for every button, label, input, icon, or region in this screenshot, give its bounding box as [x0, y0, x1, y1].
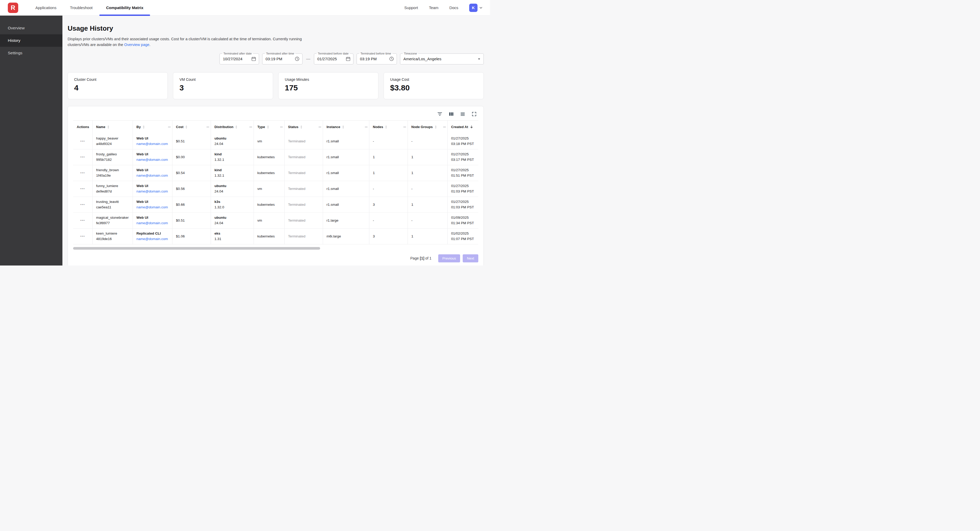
filter-icon[interactable] [437, 111, 442, 117]
column-resize-handle-icon[interactable] [364, 126, 368, 128]
row-actions-button[interactable]: ••• [80, 219, 85, 222]
terminated-before-date-field[interactable]: Terminated before date [314, 54, 353, 64]
chevron-down-icon[interactable] [479, 6, 483, 10]
sort-icon[interactable] [143, 125, 145, 129]
columns-icon[interactable] [449, 111, 454, 117]
terminated-after-date-field[interactable]: Terminated after date [220, 54, 259, 64]
sidebar-item-settings[interactable]: Settings [0, 47, 62, 59]
sort-icon[interactable] [434, 125, 437, 129]
field-label: Terminated before date [317, 52, 350, 55]
created-by-email-link[interactable]: name@domain.com [137, 189, 168, 193]
terminated-after-time-field[interactable]: Terminated after time [262, 54, 302, 64]
type-value: kubernetes [258, 155, 275, 159]
column-header-by[interactable]: By [133, 120, 172, 133]
stat-label: Usage Cost [390, 78, 477, 82]
cluster-name: trusting_leavitt [96, 199, 129, 205]
sort-desc-icon[interactable] [470, 125, 473, 129]
terminated-after-date-input[interactable] [223, 57, 249, 61]
calendar-icon[interactable] [251, 56, 256, 61]
status-cell: Terminated [284, 181, 323, 197]
row-actions-button[interactable]: ••• [80, 203, 85, 206]
nav-link-docs[interactable]: Docs [449, 5, 458, 10]
density-icon[interactable] [460, 111, 465, 117]
column-header-instance[interactable]: Instance [323, 120, 369, 133]
column-resize-handle-icon[interactable] [280, 126, 283, 128]
sort-icon[interactable] [235, 125, 237, 129]
nav-tab-troubleshoot[interactable]: Troubleshoot [63, 0, 99, 15]
created-by-email-link[interactable]: name@domain.com [137, 174, 168, 178]
row-actions-button[interactable]: ••• [80, 187, 85, 190]
created-by-source: Web UI [137, 184, 169, 189]
column-resize-handle-icon[interactable] [318, 126, 321, 128]
previous-page-button[interactable]: Previous [438, 254, 460, 262]
node-groups-cell: 1 [407, 149, 447, 165]
column-resize-handle-icon[interactable] [443, 126, 446, 128]
nav-link-team[interactable]: Team [429, 5, 439, 10]
clock-icon[interactable] [295, 56, 300, 61]
nodes-value: 3 [373, 203, 375, 206]
created-by-email-link[interactable]: name@domain.com [137, 142, 168, 146]
cost-value: $0.00 [176, 155, 185, 159]
created-at-date: 01/27/2025 [451, 199, 479, 205]
created-by-email-link[interactable]: name@domain.com [137, 221, 168, 225]
column-header-distribution[interactable]: Distribution [211, 120, 254, 133]
cost-value: $0.66 [176, 203, 185, 206]
sort-icon[interactable] [107, 125, 110, 129]
sort-icon[interactable] [385, 125, 387, 129]
column-header-node-groups[interactable]: Node Groups [407, 120, 447, 133]
sort-icon[interactable] [185, 125, 188, 129]
sort-icon[interactable] [300, 125, 302, 129]
sidebar-item-overview[interactable]: Overview [0, 22, 62, 34]
row-actions-button[interactable]: ••• [80, 155, 85, 159]
column-resize-handle-icon[interactable] [249, 126, 252, 128]
calendar-icon[interactable] [346, 56, 351, 61]
created-by-email-link[interactable]: name@domain.com [137, 158, 168, 162]
clock-icon[interactable] [389, 56, 394, 61]
status-value: Terminated [288, 234, 305, 238]
terminated-after-time-input[interactable] [266, 57, 293, 61]
nav-link-support[interactable]: Support [404, 5, 418, 10]
sort-icon[interactable] [342, 125, 344, 129]
column-header-created-at[interactable]: Created At [447, 120, 478, 133]
timezone-select[interactable]: Timezone America/Los_Angeles [400, 54, 484, 64]
created-by-email-link[interactable]: name@domain.com [137, 237, 168, 241]
created-at-date: 01/02/2025 [451, 231, 479, 236]
column-header-actions[interactable]: Actions [73, 120, 92, 133]
column-resize-handle-icon[interactable] [168, 126, 171, 128]
sort-icon[interactable] [267, 125, 269, 129]
replicated-logo[interactable]: R [8, 3, 18, 13]
scrollbar-thumb[interactable] [73, 247, 320, 250]
nodes-value: - [373, 219, 374, 222]
row-actions-button[interactable]: ••• [80, 171, 85, 174]
sidebar-item-history[interactable]: History [0, 34, 62, 47]
nav-tab-compatibility-matrix[interactable]: Compatibility Matrix [99, 0, 150, 15]
next-page-button[interactable]: Next [463, 254, 478, 262]
type-value: kubernetes [258, 203, 275, 206]
column-header-name[interactable]: Name [92, 120, 133, 133]
nav-tab-applications[interactable]: Applications [29, 0, 63, 15]
column-header-type[interactable]: Type [254, 120, 284, 133]
column-header-cost[interactable]: Cost [172, 120, 211, 133]
dropdown-arrow-icon[interactable] [477, 57, 481, 61]
terminated-before-date-input[interactable] [317, 57, 344, 61]
actions-cell: ••• [73, 181, 92, 197]
created-by-email-link[interactable]: name@domain.com [137, 205, 168, 209]
type-cell: kubernetes [254, 197, 284, 212]
column-resize-handle-icon[interactable] [403, 126, 406, 128]
cluster-id: 995b7182 [96, 157, 129, 163]
avatar[interactable]: K [469, 4, 477, 12]
cost-cell: $0.51 [172, 133, 211, 149]
column-header-nodes[interactable]: Nodes [369, 120, 407, 133]
terminated-before-time-input[interactable] [360, 57, 387, 61]
column-header-status[interactable]: Status [284, 120, 323, 133]
overview-page-link[interactable]: Overview page [124, 43, 150, 47]
row-actions-button[interactable]: ••• [80, 139, 85, 143]
column-resize-handle-icon[interactable] [206, 126, 209, 128]
row-actions-button[interactable]: ••• [80, 235, 85, 238]
node-groups-cell: - [407, 181, 447, 197]
nodes-cell: 1 [369, 165, 407, 181]
terminated-before-time-field[interactable]: Terminated before time [356, 54, 397, 64]
instance-value: r1.small [327, 171, 339, 175]
horizontal-scrollbar[interactable] [73, 247, 478, 250]
fullscreen-icon[interactable] [471, 111, 477, 117]
